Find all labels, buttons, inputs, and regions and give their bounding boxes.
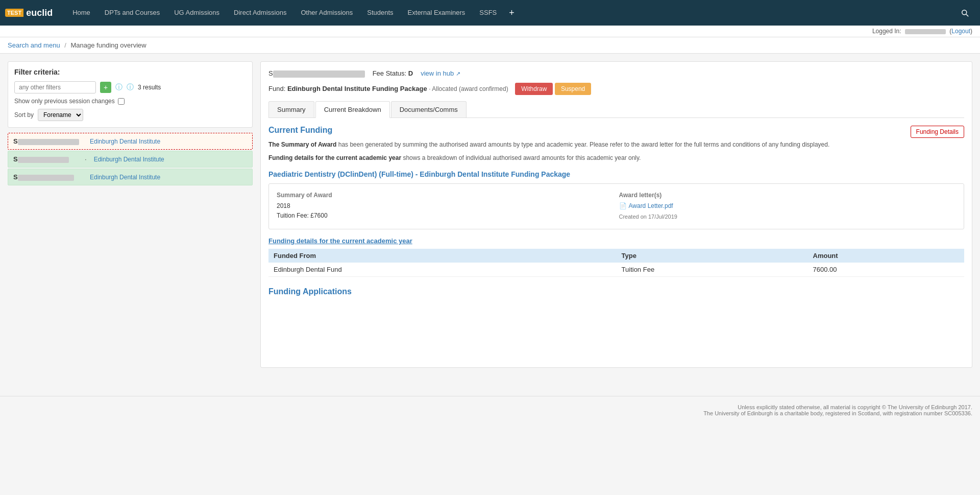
logout-link[interactable]: Logout xyxy=(951,28,970,35)
student-id-blurred xyxy=(273,70,365,78)
logo-test-label: TEST xyxy=(5,9,23,17)
tab-documents-comms[interactable]: Documents/Comms xyxy=(391,101,467,117)
col-type: Type xyxy=(617,249,808,263)
sort-row: Sort by Forename xyxy=(14,109,246,121)
award-card: Summary of Award 2018 Tuition Fee: £7600… xyxy=(268,183,964,230)
col-amount: Amount xyxy=(808,249,964,263)
fund-info: Fund: Edinburgh Dental Institute Funding… xyxy=(268,83,964,95)
tab-summary[interactable]: Summary xyxy=(268,101,314,117)
result-item-2[interactable]: S · Edinburgh Dental Institute xyxy=(8,151,253,168)
top-navigation: TEST euclid Home DPTs and Courses UG Adm… xyxy=(0,0,980,26)
allocated-badge: · Allocated (award confirmed) xyxy=(429,85,508,92)
nav-search-button[interactable] xyxy=(954,0,975,26)
result-id-blurred-2 xyxy=(18,157,69,163)
search-icon xyxy=(960,8,969,17)
tabs: Summary Current Breakdown Documents/Comm… xyxy=(268,101,964,118)
pdf-icon: 📄 xyxy=(619,201,627,211)
filter-input[interactable] xyxy=(14,81,96,93)
help-icon-2[interactable]: ⓘ xyxy=(127,83,134,92)
breadcrumb: Search and menu / Manage funding overvie… xyxy=(0,37,980,54)
fund-name: Edinburgh Dental Institute Funding Packa… xyxy=(287,85,427,92)
student-header: S Fee Status: D view in hub ↗ xyxy=(268,69,964,78)
col-funded-from: Funded From xyxy=(268,249,617,263)
filter-row: + ⓘ ⓘ 3 results xyxy=(14,81,246,93)
result-institute-3: Edinburgh Dental Institute xyxy=(90,174,160,181)
current-funding-section: Funding Details Current Funding xyxy=(268,126,964,140)
view-in-hub-link[interactable]: view in hub ↗ xyxy=(421,69,460,77)
student-id: S xyxy=(268,69,365,78)
funding-details-button[interactable]: Funding Details xyxy=(911,126,964,138)
nav-item-ssfs[interactable]: SSFS xyxy=(472,0,504,26)
help-icon-1[interactable]: ⓘ xyxy=(115,83,122,92)
info-text-1: The Summary of Award has been generated … xyxy=(268,140,964,149)
current-funding-title: Current Funding xyxy=(268,126,964,135)
nav-item-external-examiners[interactable]: External Examiners xyxy=(401,0,473,26)
award-summary-col: Summary of Award 2018 Tuition Fee: £7600 xyxy=(277,192,614,222)
info-text-2-rest: shows a breakdown of individual authoris… xyxy=(403,154,641,161)
filter-criteria-box: Filter criteria: + ⓘ ⓘ 3 results Show on… xyxy=(8,61,253,128)
award-letter-link[interactable]: 📄 Award Letter.pdf xyxy=(619,201,957,211)
session-changes-row: Show only previous session changes xyxy=(14,98,246,105)
award-year: 2018 Tuition Fee: £7600 xyxy=(277,201,614,221)
funded-from-cell: Edinburgh Dental Fund xyxy=(268,263,617,277)
nav-item-students[interactable]: Students xyxy=(360,0,400,26)
fee-status-value: D xyxy=(408,69,413,77)
breadcrumb-home-link[interactable]: Search and menu xyxy=(8,41,60,49)
nav-plus-button[interactable]: + xyxy=(504,0,520,26)
fee-status: Fee Status: D xyxy=(373,69,413,77)
nav-item-ug-admissions[interactable]: UG Admissions xyxy=(167,0,227,26)
nav-menu: Home DPTs and Courses UG Admissions Dire… xyxy=(65,0,504,26)
award-letter-value: 📄 Award Letter.pdf Created on 17/Jul/201… xyxy=(619,201,957,222)
footer-line-2: The University of Edinburgh is a charita… xyxy=(8,410,972,416)
fund-label: Fund: xyxy=(268,85,285,92)
result-id-blurred-3 xyxy=(18,175,74,181)
award-letters-col: Award letter(s) 📄 Award Letter.pdf Creat… xyxy=(619,192,957,222)
username-blurred xyxy=(905,29,946,34)
result-institute-1: Edinburgh Dental Institute xyxy=(90,138,160,145)
programme-title: Paediatric Dentistry (DClinDent) (Full-t… xyxy=(268,170,964,178)
logo-euclid-label: euclid xyxy=(23,8,55,18)
funding-applications-title: Funding Applications xyxy=(268,287,964,296)
result-id-blurred-1 xyxy=(18,139,79,145)
result-dot-2: · xyxy=(85,155,87,163)
breadcrumb-current: Manage funding overview xyxy=(71,41,146,49)
funding-details-current-year-link[interactable]: Funding details for the current academic… xyxy=(268,237,964,245)
result-name-2: S xyxy=(13,155,85,163)
result-name-1: S xyxy=(13,137,85,145)
info-text-2: Funding details for the current academic… xyxy=(268,153,964,162)
right-panel: S Fee Status: D view in hub ↗ Fund: Edin… xyxy=(260,61,972,368)
left-panel: Filter criteria: + ⓘ ⓘ 3 results Show on… xyxy=(8,61,253,186)
footer-line-1: Unless explicitly stated otherwise, all … xyxy=(8,404,972,410)
info-text-1-rest: has been generated by summing the author… xyxy=(338,141,830,148)
funding-table-header-row: Funded From Type Amount xyxy=(268,249,964,263)
result-item-3[interactable]: S Edinburgh Dental Institute xyxy=(8,169,253,185)
results-list: S Edinburgh Dental Institute S · Edinbur… xyxy=(8,133,253,185)
info-text-1-strong: The Summary of Award xyxy=(268,141,336,148)
funding-table: Funded From Type Amount Edinburgh Dental… xyxy=(268,249,964,277)
main-content: Filter criteria: + ⓘ ⓘ 3 results Show on… xyxy=(0,54,980,375)
breadcrumb-separator: / xyxy=(64,41,66,49)
info-text-2-strong: Funding details for the current academic… xyxy=(268,154,401,161)
award-letters-label: Award letter(s) xyxy=(619,192,957,199)
nav-item-other-admissions[interactable]: Other Admissions xyxy=(293,0,360,26)
tab-current-breakdown[interactable]: Current Breakdown xyxy=(315,101,390,118)
sort-label: Sort by xyxy=(14,111,34,119)
sort-select[interactable]: Forename xyxy=(38,109,83,121)
logged-in-bar: Logged In: (Logout) xyxy=(0,26,980,37)
nav-item-dpts[interactable]: DPTs and Courses xyxy=(97,0,167,26)
result-institute-2: Edinburgh Dental Institute xyxy=(94,156,164,163)
session-changes-label: Show only previous session changes xyxy=(14,98,115,105)
result-item-1[interactable]: S Edinburgh Dental Institute xyxy=(8,133,253,150)
nav-item-direct-admissions[interactable]: Direct Admissions xyxy=(227,0,293,26)
suspend-button[interactable]: Suspend xyxy=(555,83,591,95)
table-row: Edinburgh Dental Fund Tuition Fee 7600.0… xyxy=(268,263,964,277)
logo[interactable]: TEST euclid xyxy=(5,8,55,18)
results-count: 3 results xyxy=(138,84,161,91)
session-changes-checkbox[interactable] xyxy=(118,98,125,105)
add-filter-button[interactable]: + xyxy=(100,82,111,93)
withdraw-button[interactable]: Withdraw xyxy=(515,83,553,95)
fee-status-label: Fee Status: xyxy=(373,69,406,77)
nav-item-home[interactable]: Home xyxy=(65,0,97,26)
logged-in-label: Logged In: xyxy=(872,28,901,35)
external-link-icon: ↗ xyxy=(456,70,460,77)
